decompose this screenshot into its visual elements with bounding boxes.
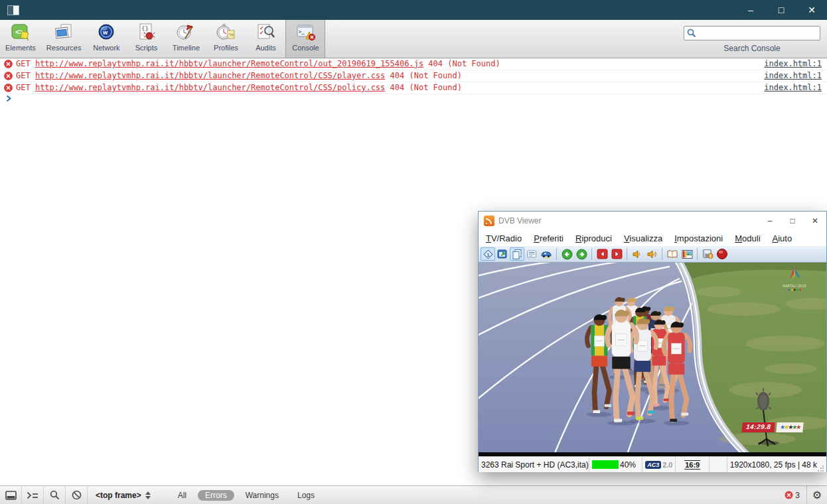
menu-item[interactable]: Preferiti <box>528 232 569 245</box>
tv-video-frame: 14:29.8 ★★★★★ NAPOLI 2019 ★★★★★ <box>479 263 826 456</box>
error-url-link[interactable]: http://www.replaytvmhp.rai.it/hbbtv/laun… <box>35 83 385 92</box>
tab-audits[interactable]: ✓ ✓ Audits <box>246 20 285 58</box>
search-button[interactable] <box>44 487 66 504</box>
menu-item[interactable]: Riproduci <box>569 232 618 245</box>
ban-icon <box>72 490 82 500</box>
console-prompt[interactable] <box>0 94 827 105</box>
show-console-button[interactable] <box>22 487 44 504</box>
console-icon: >_ ! <box>295 22 316 43</box>
error-url-link[interactable]: http://www.replaytvmhp.rai.it/hbbtv/laun… <box>35 59 423 68</box>
next-channel-button[interactable] <box>609 247 624 261</box>
forward-arrow-icon <box>576 249 587 260</box>
error-source-link[interactable]: index.html:1 <box>764 70 822 82</box>
inspector-toolbar: <> Elements Resources w Network <box>0 20 827 58</box>
prev-channel-icon <box>597 249 608 259</box>
tab-elements[interactable]: <> Elements <box>0 20 41 58</box>
request-method: GET <box>16 83 31 92</box>
dvb-minimize-icon[interactable]: – <box>759 212 781 230</box>
menu-item[interactable]: Aiuto <box>767 232 798 245</box>
resources-icon <box>53 22 74 43</box>
dvb-maximize-icon[interactable]: □ <box>781 212 804 230</box>
minimize-icon[interactable]: – <box>735 0 766 20</box>
record-button[interactable] <box>715 247 729 261</box>
signal-percent: 40% <box>620 460 636 470</box>
error-status: 404 (Not Found) <box>385 83 462 92</box>
filter-button[interactable]: Logs <box>290 490 322 501</box>
ac3-badge: AC3 <box>645 461 661 469</box>
copy-windows-button[interactable] <box>510 247 524 261</box>
race-broadcast-image <box>479 263 826 456</box>
osd-button[interactable] <box>524 247 539 261</box>
aspect-cell: 16:9 <box>676 457 710 472</box>
dvb-close-icon[interactable]: ✕ <box>804 212 826 230</box>
dvb-titlebar[interactable]: DVB Viewer – □ ✕ <box>479 212 826 230</box>
error-source-link[interactable]: index.html:1 <box>764 82 822 94</box>
audio-cell: AC3 2.0 <box>642 457 676 472</box>
close-icon[interactable]: ✕ <box>796 0 827 20</box>
dock-side-button[interactable] <box>0 487 22 504</box>
error-count-icon <box>785 491 793 499</box>
tab-scripts[interactable]: {} Scripts <box>126 20 166 58</box>
filter-button[interactable]: Errors <box>198 490 234 501</box>
volume-up-button[interactable] <box>644 247 659 261</box>
menu-item[interactable]: Impostazioni <box>668 232 729 245</box>
car-icon <box>540 249 552 259</box>
volume-down-button[interactable] <box>630 247 644 261</box>
forward-button[interactable] <box>574 247 589 261</box>
screen: – □ ✕ <> Elements Resources <box>0 0 827 504</box>
disk-tools-icon <box>702 249 714 259</box>
speaker-low-icon <box>632 249 642 259</box>
resize-grip[interactable] <box>817 466 824 472</box>
text-lines-icon <box>526 249 537 259</box>
error-icon <box>4 72 13 80</box>
search-console-label: Search Console <box>684 44 820 53</box>
hbbtv-button[interactable] <box>539 247 554 261</box>
error-count-badge[interactable]: 3 <box>785 491 806 500</box>
filter-button[interactable]: Warnings <box>238 490 286 501</box>
tab-network[interactable]: w Network <box>86 20 126 58</box>
picture-bars-icon <box>682 249 693 259</box>
filter-button[interactable]: All <box>171 490 194 501</box>
channel-name: 3263 Rai Sport + HD (AC3,ita) <box>479 457 589 472</box>
console-error-row: GET http://www.replaytvmhp.rai.it/hbbtv/… <box>0 70 827 82</box>
back-button[interactable] <box>560 247 574 261</box>
channel-number-button[interactable]: 1 <box>481 247 495 261</box>
svg-text:1: 1 <box>487 251 490 257</box>
window-mode-button[interactable] <box>495 247 510 261</box>
record-icon <box>716 248 728 260</box>
tab-label: Profiles <box>214 44 238 52</box>
tab-console[interactable]: >_ ! Console <box>285 20 325 58</box>
tab-label: Network <box>93 44 119 52</box>
error-url-link[interactable]: http://www.replaytvmhp.rai.it/hbbtv/laun… <box>35 71 385 80</box>
frame-selector[interactable]: <top frame> <box>96 491 151 500</box>
audio-mode: 2.0 <box>662 461 672 469</box>
error-icon <box>4 60 13 68</box>
menu-item[interactable]: TV/Radio <box>480 232 528 245</box>
clear-console-button[interactable] <box>66 487 88 504</box>
svg-text:{}: {} <box>141 25 149 32</box>
console-drawer-icon <box>27 491 38 499</box>
error-source-link[interactable]: index.html:1 <box>764 58 822 70</box>
menu-item[interactable]: Visualizza <box>618 232 668 245</box>
settings-button[interactable]: ⚙ <box>806 486 827 504</box>
recording-settings-button[interactable] <box>700 247 715 261</box>
tab-profiles[interactable]: % Profiles <box>206 20 246 58</box>
maximize-icon[interactable]: □ <box>766 0 796 20</box>
signal-bar <box>592 460 619 469</box>
stream-info-cell: 1920x1080, 25 fps | 48 k <box>727 457 826 472</box>
aspect-ratio: 16:9 <box>684 460 700 470</box>
svg-text:%: % <box>229 32 234 38</box>
epg-button[interactable] <box>665 247 680 261</box>
svg-text:✓: ✓ <box>260 30 264 36</box>
console-error-row: GET http://www.replaytvmhp.rai.it/hbbtv/… <box>0 82 827 94</box>
next-channel-icon <box>611 249 623 259</box>
previous-channel-button[interactable] <box>595 247 609 261</box>
menu-item[interactable]: Moduli <box>729 232 766 245</box>
teletext-button[interactable] <box>680 247 694 261</box>
tab-timeline[interactable]: Timeline <box>166 20 206 58</box>
diamond-one-icon: 1 <box>483 249 494 260</box>
tab-label: Elements <box>5 44 36 52</box>
search-input[interactable] <box>698 27 820 39</box>
tab-resources[interactable]: Resources <box>41 20 87 58</box>
console-prompt-icon <box>6 95 11 102</box>
